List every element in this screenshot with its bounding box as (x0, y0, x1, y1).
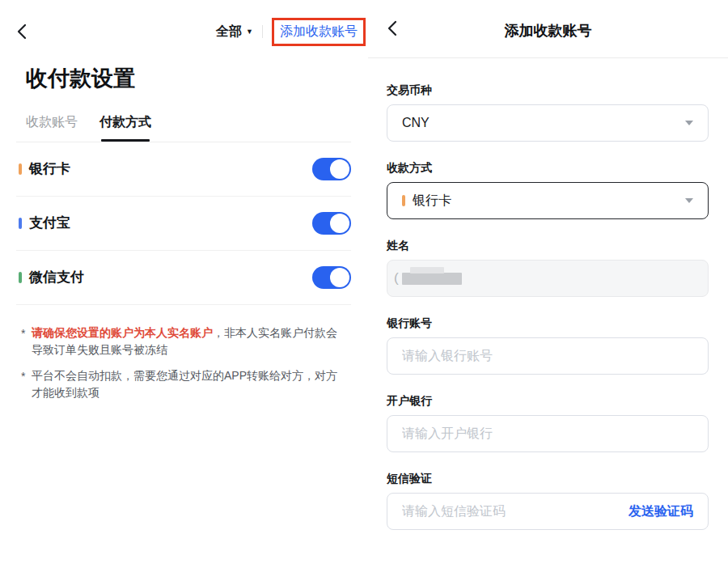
payment-method-label: 支付宝 (29, 214, 70, 232)
note-real-name-warning: *请确保您设置的账户为本人实名账户，非本人实名账户付款会导致订单失败且账号被冻结 (21, 324, 338, 359)
name-label: 姓名 (387, 239, 709, 253)
row-separator (16, 304, 351, 305)
payment-method-row-wechat-pay: 微信支付 (19, 251, 351, 304)
add-receiving-account-button[interactable]: 添加收款账号 (272, 18, 366, 46)
warning-notes: *请确保您设置的账户为本人实名账户，非本人实名账户付款会导致订单失败且账号被冻结… (21, 324, 352, 402)
alipay-toggle[interactable] (312, 212, 351, 235)
currency-value-wrap: CNY (402, 116, 430, 130)
toggle-knob (330, 159, 349, 179)
payment-settings-screen: 全部 ▼ 添加收款账号 收付款设置 收款账号 付款方式 银行卡 支付宝 微信支付 (0, 0, 368, 568)
currency-select[interactable]: CNY (387, 104, 709, 142)
dropdown-arrow-icon (685, 198, 693, 203)
bank-account-label: 银行账号 (387, 316, 709, 331)
tabs: 收款账号 付款方式 (26, 114, 368, 142)
note-text: 平台不会自动扣款，需要您通过对应的APP转账给对方，对方才能收到款项 (32, 369, 337, 399)
currency-value: CNY (402, 116, 430, 130)
bank-account-input[interactable] (402, 349, 693, 363)
add-account-form: 交易币种 CNY 收款方式 银行卡 姓名 ( (368, 83, 728, 530)
bank-name-label: 开户银行 (387, 394, 709, 409)
bank-account-box (387, 337, 709, 375)
sms-box: 发送验证码 (387, 493, 709, 530)
currency-field-group: 交易币种 CNY (387, 83, 709, 142)
bank-card-toggle[interactable] (312, 158, 351, 180)
name-field-group: 姓名 ( (387, 239, 709, 297)
payment-method-label: 银行卡 (29, 159, 70, 178)
dropdown-arrow-icon (685, 121, 693, 125)
payment-method-row-bank-card: 银行卡 (19, 142, 351, 196)
method-value: 银行卡 (413, 193, 451, 210)
note-bullet: * (21, 325, 25, 342)
back-icon[interactable] (387, 19, 404, 37)
method-label: 收款方式 (387, 161, 709, 176)
sms-label: 短信验证 (387, 472, 709, 486)
wechat-pay-marker (19, 272, 22, 283)
topbar-actions: 全部 ▼ 添加收款账号 (216, 18, 366, 46)
filter-label: 全部 (216, 23, 242, 40)
method-value-wrap: 银行卡 (402, 193, 451, 210)
screen-title: 添加收款账号 (368, 21, 728, 40)
payment-method-list: 银行卡 支付宝 微信支付 (19, 142, 351, 305)
payment-method-label: 微信支付 (29, 268, 84, 286)
payment-method-row-alipay: 支付宝 (19, 197, 351, 250)
name-field: ( (387, 260, 709, 297)
note-manual-transfer: *平台不会自动扣款，需要您通过对应的APP转账给对方，对方才能收到款项 (21, 367, 338, 402)
topbar-divider (262, 25, 263, 38)
tab-receiving-accounts[interactable]: 收款账号 (26, 114, 78, 142)
note-bullet: * (21, 368, 25, 385)
page-title: 收付款设置 (26, 64, 368, 93)
masked-name-prefix: ( (394, 270, 399, 286)
back-icon[interactable] (16, 23, 34, 40)
tab-payment-methods[interactable]: 付款方式 (99, 114, 151, 142)
filter-dropdown[interactable]: 全部 ▼ (216, 23, 253, 40)
bank-name-box (387, 415, 709, 452)
left-topbar: 全部 ▼ 添加收款账号 (0, 0, 368, 46)
alipay-marker (19, 218, 22, 229)
note-highlight: 请确保您设置的账户为本人实名账户 (32, 326, 213, 339)
bank-name-field-group: 开户银行 (387, 394, 709, 452)
sms-field-group: 短信验证 发送验证码 (387, 472, 709, 530)
currency-label: 交易币种 (387, 83, 709, 98)
bank-card-marker (19, 163, 22, 175)
toggle-knob (330, 214, 349, 233)
account-field-group: 银行账号 (387, 316, 709, 375)
method-select[interactable]: 银行卡 (387, 182, 709, 219)
redacted-name-block (402, 273, 462, 285)
right-header: 添加收款账号 (368, 0, 728, 45)
add-receiving-account-screen: 添加收款账号 交易币种 CNY 收款方式 银行卡 姓名 (368, 0, 728, 568)
method-field-group: 收款方式 银行卡 (387, 161, 709, 219)
sms-code-input[interactable] (402, 504, 619, 519)
send-code-button[interactable]: 发送验证码 (629, 503, 693, 520)
wechat-pay-toggle[interactable] (312, 266, 351, 289)
toggle-knob (330, 268, 349, 287)
caret-down-icon: ▼ (246, 28, 253, 36)
bank-name-input[interactable] (402, 426, 693, 441)
bank-card-marker (402, 195, 405, 206)
header-separator (368, 57, 728, 58)
